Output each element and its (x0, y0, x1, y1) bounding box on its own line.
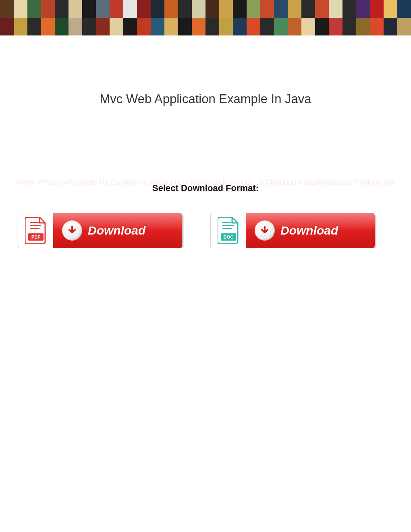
banner-tile (384, 18, 397, 35)
download-button-row: PDF Download DOC (0, 213, 411, 248)
banner-tile (110, 18, 123, 35)
banner-tile (151, 18, 164, 35)
banner-tile (370, 0, 384, 18)
collage-banner (0, 0, 411, 35)
banner-tile (55, 0, 68, 18)
banner-tile (384, 0, 397, 18)
banner-tile (274, 18, 288, 35)
banner-tile (137, 0, 151, 18)
banner-tile (301, 18, 315, 35)
banner-tile (233, 0, 247, 18)
banner-tile (260, 0, 274, 18)
banner-tile (329, 0, 342, 18)
banner-tile (288, 0, 301, 18)
banner-tile (342, 0, 356, 18)
svg-rect-7 (222, 222, 231, 223)
banner-tile (123, 0, 137, 18)
banner-tile (356, 18, 370, 35)
svg-rect-4 (30, 228, 39, 229)
banner-tile (206, 18, 219, 35)
pdf-icon: PDF (18, 213, 53, 248)
banner-tile (233, 18, 247, 35)
svg-text:DOC: DOC (223, 235, 233, 239)
banner-tile (164, 0, 178, 18)
banner-tile (288, 18, 301, 35)
svg-rect-8 (222, 225, 234, 226)
banner-tile (342, 18, 356, 35)
banner-tile (27, 0, 41, 18)
banner-tile (260, 18, 274, 35)
banner-tile (315, 18, 329, 35)
download-arrow-icon (255, 220, 275, 241)
svg-text:PDF: PDF (31, 235, 40, 239)
banner-tile (151, 0, 164, 18)
banner-tile (315, 0, 329, 18)
banner-tile (397, 0, 411, 18)
banner-tile (82, 18, 96, 35)
page-title: Mvc Web Application Example In Java (0, 92, 411, 106)
select-format-label: Select Download Format: (0, 183, 411, 193)
svg-rect-9 (222, 228, 232, 229)
banner-tile (219, 0, 233, 18)
banner-tile (96, 18, 110, 35)
banner-tile (192, 0, 206, 18)
banner-tile (397, 18, 411, 35)
banner-tile (123, 18, 137, 35)
banner-tile (68, 18, 82, 35)
download-doc-label: Download (280, 224, 338, 237)
banner-tile (247, 18, 260, 35)
svg-rect-2 (30, 222, 39, 223)
banner-tile (178, 18, 192, 35)
banner-tile (96, 0, 110, 18)
banner-tile (192, 18, 206, 35)
doc-icon: DOC (210, 213, 246, 248)
banner-tile (137, 18, 151, 35)
banner-tile (0, 0, 14, 18)
banner-tile (370, 18, 384, 35)
banner-tile (55, 18, 68, 35)
banner-tile (301, 0, 315, 18)
banner-tile (356, 0, 370, 18)
banner-tile (82, 0, 96, 18)
download-pdf-label: Download (88, 224, 145, 237)
banner-tile (329, 18, 342, 35)
banner-tile (0, 18, 14, 35)
banner-tile (247, 0, 260, 18)
banner-tile (219, 18, 233, 35)
download-doc-button[interactable]: DOC Download (210, 213, 375, 248)
banner-tile (14, 18, 27, 35)
download-pdf-button[interactable]: PDF Download (18, 213, 182, 248)
svg-rect-3 (30, 225, 41, 226)
banner-tile (110, 0, 123, 18)
banner-tile (41, 18, 55, 35)
banner-tile (27, 18, 41, 35)
banner-tile (68, 0, 82, 18)
download-arrow-icon (62, 220, 82, 241)
banner-tile (206, 0, 219, 18)
banner-tile (164, 18, 178, 35)
banner-tile (274, 0, 288, 18)
banner-tile (41, 0, 55, 18)
banner-tile (14, 0, 27, 18)
banner-tile (178, 0, 192, 18)
